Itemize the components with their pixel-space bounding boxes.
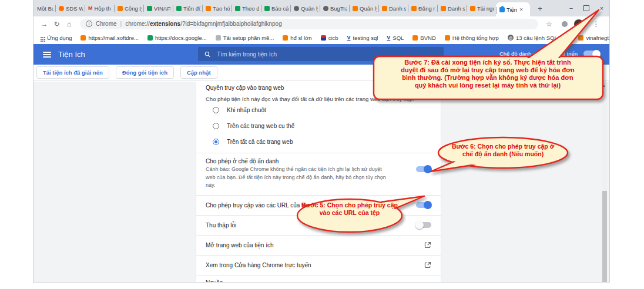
hamburger-menu-icon[interactable] (43, 52, 51, 58)
url-rest: /?id=bkfagmnjmfjalbbaiphoiiafghlknpog (180, 21, 282, 27)
url-product-label: Chrome (96, 21, 117, 27)
update-button[interactable]: Cập nhật (180, 66, 217, 79)
reload-icon[interactable]: ↻ (51, 20, 63, 28)
open-website-label: Mở trang web của tiện ích (206, 242, 274, 248)
gmail-favicon (88, 6, 93, 11)
tab-label: Công ty (125, 5, 142, 12)
tab-theo-doi[interactable]: Theo d (232, 0, 261, 16)
globe-favicon (323, 6, 328, 11)
radio-specific-sites[interactable]: Trên các trang web cụ thể (206, 118, 431, 134)
source-label: Nguồn (206, 280, 431, 283)
search-icon (204, 51, 210, 58)
tab-label: Hộp th (95, 5, 111, 12)
step7-callout-bubble (370, 5, 608, 105)
sheets-favicon (235, 6, 240, 11)
home-icon[interactable]: ⌂ (63, 20, 75, 28)
step7-callout-text: Bước 7: Đã cài xong tiện ích ký số. Thực… (397, 59, 578, 89)
step6-callout-text: Bước 6: Chọn cho phép truy cập ở chế độ … (450, 143, 556, 157)
incognito-title: Cho phép ở chế độ ẩn danh (206, 158, 390, 164)
bookmark-apps[interactable]: Ứng dụng (41, 35, 72, 41)
doc-favicon (216, 35, 221, 41)
invoice-favicon (206, 6, 211, 11)
step5-callout-text: Bước 5: Chọn cho phép truy cập vào các U… (301, 201, 398, 216)
screenshot-root: Một Bư SDS We Hộp th Công ty VINAFR Tiến… (0, 0, 644, 289)
sheets-favicon (264, 6, 270, 11)
tab-label: BugTra (330, 5, 347, 12)
v-favicon (347, 35, 351, 41)
view-in-store-label: Xem trong Cửa hàng Chrome trực tuyến (206, 262, 311, 268)
tab-hop-thu[interactable]: Hộp th (85, 0, 114, 16)
tab-quan-ly-1[interactable]: Quản lý (290, 0, 320, 16)
bookmark-cicb[interactable]: cicb (321, 35, 338, 41)
sheets-favicon (147, 6, 152, 11)
tab-tien-do[interactable]: Tiến độ (173, 0, 202, 16)
radio-icon[interactable] (213, 123, 219, 129)
apps-grid-favicon (41, 37, 42, 38)
scrollbar-thumb[interactable] (602, 191, 607, 282)
tab-label: SDS We (66, 5, 83, 12)
external-link-icon[interactable] (424, 261, 431, 268)
tab-bao-cao[interactable]: Báo cá (261, 0, 290, 16)
tab-label: Quản lý (301, 5, 318, 12)
bookmark-hd-sl-lon[interactable]: hđ sl lớn (283, 35, 311, 41)
page-url: chrome://extensions/?id=bkfagmnjmfjalbba… (125, 21, 282, 27)
tab-mot-bu[interactable]: Một Bư (33, 0, 55, 16)
page-title: Tiện ích (58, 50, 85, 59)
bookmark-mail-softdre[interactable]: https://mail.softdre... (80, 35, 139, 41)
tab-label: Theo d (242, 5, 259, 12)
incognito-row: Cho phép ở chế độ ẩn danh Cảnh báo: Goog… (206, 153, 431, 195)
sheets-favicon (147, 35, 153, 41)
error-collection-label: Thu thập lỗi (206, 222, 236, 228)
url-scheme: chrome:// (125, 21, 150, 27)
url-host: extensions (150, 21, 180, 27)
radio-on-click[interactable]: Khi nhấp chuột (206, 102, 431, 118)
tab-label: Tiến độ (183, 5, 200, 12)
tab-label: Báo cá (271, 5, 289, 12)
tab-label: Một Bư (37, 5, 53, 12)
view-in-store-row[interactable]: Xem trong Cửa hàng Chrome trực tuyến (206, 256, 431, 275)
external-link-icon[interactable] (424, 241, 431, 248)
sheets-favicon (176, 6, 182, 11)
pack-extension-button[interactable]: Đóng gói tiện ích (116, 66, 174, 79)
tab-tao-hoa[interactable]: Tạo hó (202, 0, 232, 16)
extensions-content: Quyền truy cập vào trang web Cho phép ti… (33, 82, 609, 282)
incognito-warning: Cảnh báo: Google Chrome không thể ngăn c… (206, 164, 390, 190)
page-info-icon[interactable]: i (86, 21, 92, 27)
tab-label: Tạo hó (213, 5, 230, 12)
load-unpacked-button[interactable]: Tải tiện ích đã giải nén (36, 66, 109, 79)
bookmark-tai-setup[interactable]: Tải setup phần mề... (216, 35, 274, 41)
radio-selected-icon[interactable] (213, 139, 219, 145)
radio-icon[interactable] (213, 107, 219, 113)
url-separator: | (120, 21, 122, 27)
tab-label: VINAFR (154, 5, 171, 12)
bookmark-docs-google[interactable]: https://docs.google... (147, 35, 207, 41)
sds-favicon (59, 6, 64, 11)
tab-cong-ty[interactable]: Công ty (114, 0, 143, 16)
extension-detail-card: Quyền truy cập vào trang web Cho phép ti… (196, 82, 441, 282)
forward-icon[interactable]: → (38, 20, 51, 28)
tab-bugtrack[interactable]: BugTra (320, 0, 349, 16)
invoice-favicon (118, 6, 123, 11)
source-row: Nguồn Chrome Web Store (206, 275, 431, 283)
invoice-favicon (353, 6, 358, 11)
invoice-favicon (283, 35, 288, 41)
step5-callout-bubble (293, 193, 437, 240)
tab-sds[interactable]: SDS We (55, 0, 85, 16)
cicb-favicon (321, 35, 326, 41)
tab-vinafr[interactable]: VINAFR (143, 0, 173, 16)
radio-all-sites[interactable]: Trên tất cả các trang web (206, 134, 431, 150)
globe-favicon (294, 6, 299, 11)
invoice-favicon (80, 35, 86, 41)
